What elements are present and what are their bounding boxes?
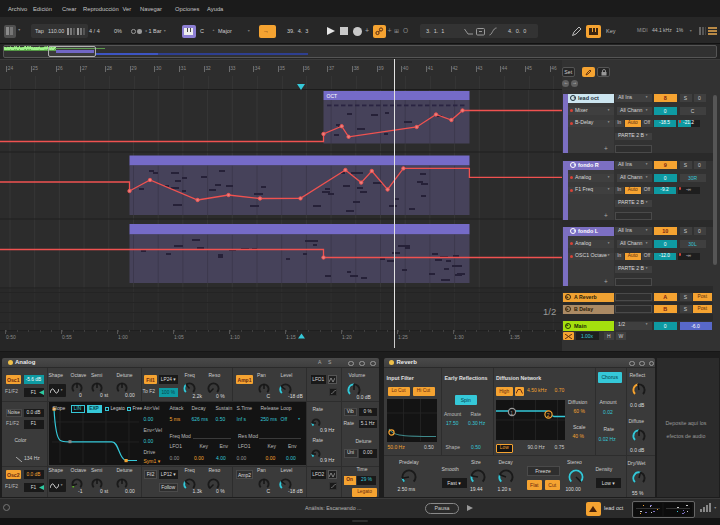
svg-text:1: 1: [510, 410, 513, 416]
svg-text:OCT: OCT: [327, 93, 338, 99]
svg-text:2: 2: [547, 412, 550, 418]
